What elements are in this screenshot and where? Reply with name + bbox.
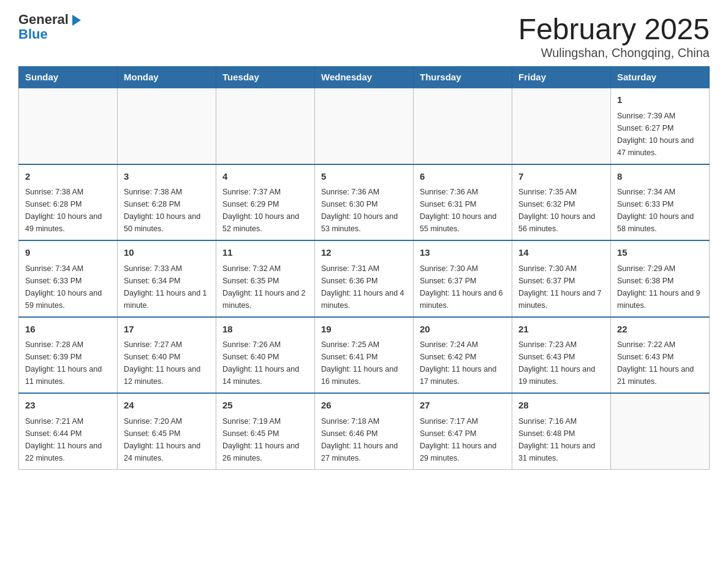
- calendar-cell: 6Sunrise: 7:36 AM Sunset: 6:31 PM Daylig…: [414, 164, 512, 241]
- day-info: Sunrise: 7:32 AM Sunset: 6:35 PM Dayligh…: [222, 262, 308, 312]
- day-info: Sunrise: 7:30 AM Sunset: 6:37 PM Dayligh…: [518, 262, 604, 312]
- day-number: 14: [518, 246, 604, 260]
- calendar-week-row: 1Sunrise: 7:39 AM Sunset: 6:27 PM Daylig…: [19, 88, 710, 164]
- calendar-cell: 17Sunrise: 7:27 AM Sunset: 6:40 PM Dayli…: [118, 317, 216, 394]
- calendar-header-row: SundayMondayTuesdayWednesdayThursdayFrid…: [19, 67, 710, 88]
- day-info: Sunrise: 7:39 AM Sunset: 6:27 PM Dayligh…: [617, 110, 703, 159]
- calendar-cell: [611, 393, 710, 469]
- day-number: 10: [124, 246, 210, 260]
- calendar-cell: 1Sunrise: 7:39 AM Sunset: 6:27 PM Daylig…: [611, 88, 710, 164]
- day-number: 17: [124, 323, 210, 337]
- title-block: February 2025 Wulingshan, Chongqing, Chi…: [518, 12, 710, 60]
- day-info: Sunrise: 7:25 AM Sunset: 6:41 PM Dayligh…: [321, 339, 407, 388]
- calendar-week-row: 16Sunrise: 7:28 AM Sunset: 6:39 PM Dayli…: [19, 317, 710, 394]
- calendar-cell: 14Sunrise: 7:30 AM Sunset: 6:37 PM Dayli…: [512, 240, 611, 317]
- day-info: Sunrise: 7:19 AM Sunset: 6:45 PM Dayligh…: [222, 415, 308, 464]
- weekday-header: Wednesday: [315, 67, 414, 88]
- calendar-cell: [315, 88, 414, 164]
- calendar-title: February 2025: [518, 12, 710, 46]
- weekday-header: Sunday: [19, 67, 118, 88]
- day-number: 9: [25, 246, 111, 260]
- calendar-cell: 22Sunrise: 7:22 AM Sunset: 6:43 PM Dayli…: [611, 317, 710, 394]
- day-number: 23: [25, 399, 111, 413]
- weekday-header: Tuesday: [216, 67, 315, 88]
- day-info: Sunrise: 7:34 AM Sunset: 6:33 PM Dayligh…: [617, 186, 703, 235]
- day-info: Sunrise: 7:37 AM Sunset: 6:29 PM Dayligh…: [222, 186, 308, 235]
- day-number: 3: [124, 170, 210, 184]
- calendar-cell: 11Sunrise: 7:32 AM Sunset: 6:35 PM Dayli…: [216, 240, 315, 317]
- day-info: Sunrise: 7:23 AM Sunset: 6:43 PM Dayligh…: [518, 339, 604, 388]
- calendar-cell: 20Sunrise: 7:24 AM Sunset: 6:42 PM Dayli…: [414, 317, 512, 394]
- day-number: 15: [617, 246, 703, 260]
- day-number: 12: [321, 246, 407, 260]
- day-number: 21: [518, 323, 604, 337]
- day-info: Sunrise: 7:38 AM Sunset: 6:28 PM Dayligh…: [25, 186, 111, 235]
- calendar-cell: 21Sunrise: 7:23 AM Sunset: 6:43 PM Dayli…: [512, 317, 611, 394]
- day-number: 26: [321, 399, 407, 413]
- day-info: Sunrise: 7:21 AM Sunset: 6:44 PM Dayligh…: [25, 415, 111, 464]
- day-info: Sunrise: 7:29 AM Sunset: 6:38 PM Dayligh…: [617, 262, 703, 312]
- calendar-cell: 19Sunrise: 7:25 AM Sunset: 6:41 PM Dayli…: [315, 317, 414, 394]
- page-header: General Blue February 2025 Wulingshan, C…: [18, 12, 710, 60]
- day-number: 4: [222, 170, 308, 184]
- calendar-table: SundayMondayTuesdayWednesdayThursdayFrid…: [18, 66, 710, 470]
- logo: General Blue: [18, 12, 82, 42]
- day-info: Sunrise: 7:27 AM Sunset: 6:40 PM Dayligh…: [124, 339, 210, 388]
- day-number: 27: [420, 399, 506, 413]
- day-info: Sunrise: 7:20 AM Sunset: 6:45 PM Dayligh…: [124, 415, 210, 464]
- day-info: Sunrise: 7:16 AM Sunset: 6:48 PM Dayligh…: [518, 415, 604, 464]
- calendar-cell: 16Sunrise: 7:28 AM Sunset: 6:39 PM Dayli…: [19, 317, 118, 394]
- calendar-cell: 23Sunrise: 7:21 AM Sunset: 6:44 PM Dayli…: [19, 393, 118, 469]
- logo-general-text: General: [18, 12, 69, 27]
- location-subtitle: Wulingshan, Chongqing, China: [518, 46, 710, 60]
- calendar-cell: [414, 88, 512, 164]
- calendar-cell: 28Sunrise: 7:16 AM Sunset: 6:48 PM Dayli…: [512, 393, 611, 469]
- calendar-cell: [512, 88, 611, 164]
- day-number: 6: [420, 170, 506, 184]
- calendar-cell: 12Sunrise: 7:31 AM Sunset: 6:36 PM Dayli…: [315, 240, 414, 317]
- calendar-cell: 4Sunrise: 7:37 AM Sunset: 6:29 PM Daylig…: [216, 164, 315, 241]
- day-info: Sunrise: 7:26 AM Sunset: 6:40 PM Dayligh…: [222, 339, 308, 388]
- day-number: 13: [420, 246, 506, 260]
- day-info: Sunrise: 7:30 AM Sunset: 6:37 PM Dayligh…: [420, 262, 506, 312]
- day-info: Sunrise: 7:35 AM Sunset: 6:32 PM Dayligh…: [518, 186, 604, 235]
- calendar-week-row: 23Sunrise: 7:21 AM Sunset: 6:44 PM Dayli…: [19, 393, 710, 469]
- day-number: 24: [124, 399, 210, 413]
- day-number: 18: [222, 323, 308, 337]
- day-number: 19: [321, 323, 407, 337]
- day-info: Sunrise: 7:31 AM Sunset: 6:36 PM Dayligh…: [321, 262, 407, 312]
- weekday-header: Thursday: [414, 67, 512, 88]
- day-info: Sunrise: 7:38 AM Sunset: 6:28 PM Dayligh…: [124, 186, 210, 235]
- day-number: 20: [420, 323, 506, 337]
- day-number: 22: [617, 323, 703, 337]
- day-number: 2: [25, 170, 111, 184]
- day-number: 5: [321, 170, 407, 184]
- calendar-cell: 8Sunrise: 7:34 AM Sunset: 6:33 PM Daylig…: [611, 164, 710, 241]
- calendar-week-row: 2Sunrise: 7:38 AM Sunset: 6:28 PM Daylig…: [19, 164, 710, 241]
- calendar-cell: 2Sunrise: 7:38 AM Sunset: 6:28 PM Daylig…: [19, 164, 118, 241]
- calendar-cell: 3Sunrise: 7:38 AM Sunset: 6:28 PM Daylig…: [118, 164, 216, 241]
- day-info: Sunrise: 7:22 AM Sunset: 6:43 PM Dayligh…: [617, 339, 703, 388]
- day-info: Sunrise: 7:18 AM Sunset: 6:46 PM Dayligh…: [321, 415, 407, 464]
- calendar-cell: [118, 88, 216, 164]
- day-info: Sunrise: 7:24 AM Sunset: 6:42 PM Dayligh…: [420, 339, 506, 388]
- day-number: 25: [222, 399, 308, 413]
- day-info: Sunrise: 7:34 AM Sunset: 6:33 PM Dayligh…: [25, 262, 111, 312]
- day-info: Sunrise: 7:36 AM Sunset: 6:31 PM Dayligh…: [420, 186, 506, 235]
- calendar-cell: 26Sunrise: 7:18 AM Sunset: 6:46 PM Dayli…: [315, 393, 414, 469]
- day-number: 1: [617, 93, 703, 107]
- calendar-cell: [19, 88, 118, 164]
- day-number: 11: [222, 246, 308, 260]
- calendar-cell: 10Sunrise: 7:33 AM Sunset: 6:34 PM Dayli…: [118, 240, 216, 317]
- calendar-cell: 18Sunrise: 7:26 AM Sunset: 6:40 PM Dayli…: [216, 317, 315, 394]
- calendar-cell: 7Sunrise: 7:35 AM Sunset: 6:32 PM Daylig…: [512, 164, 611, 241]
- day-number: 8: [617, 170, 703, 184]
- day-number: 28: [518, 399, 604, 413]
- calendar-cell: 25Sunrise: 7:19 AM Sunset: 6:45 PM Dayli…: [216, 393, 315, 469]
- calendar-cell: 27Sunrise: 7:17 AM Sunset: 6:47 PM Dayli…: [414, 393, 512, 469]
- logo-icon: [72, 15, 81, 26]
- calendar-cell: [216, 88, 315, 164]
- day-info: Sunrise: 7:36 AM Sunset: 6:30 PM Dayligh…: [321, 186, 407, 235]
- calendar-cell: 24Sunrise: 7:20 AM Sunset: 6:45 PM Dayli…: [118, 393, 216, 469]
- calendar-cell: 9Sunrise: 7:34 AM Sunset: 6:33 PM Daylig…: [19, 240, 118, 317]
